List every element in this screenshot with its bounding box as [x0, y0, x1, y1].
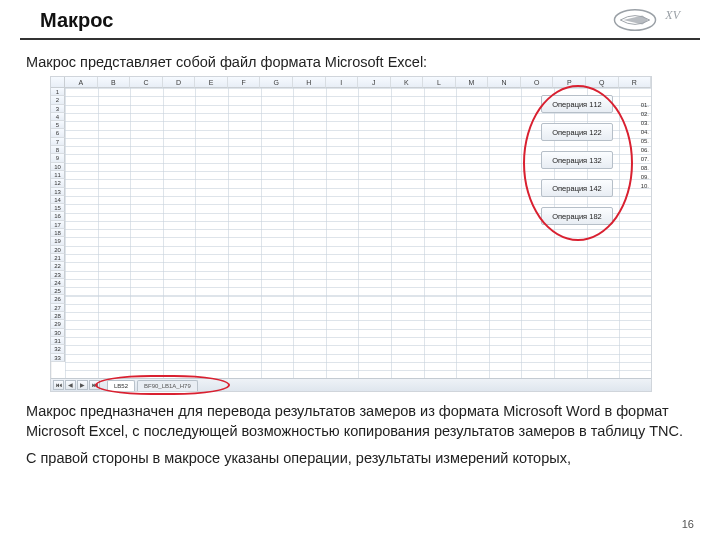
col-header: E [195, 77, 228, 88]
sheet-tab-active[interactable]: LB52 [107, 380, 135, 391]
clip-number: 04. [641, 128, 649, 137]
col-header: C [130, 77, 163, 88]
row-header: 8 [51, 146, 65, 154]
operation-button[interactable]: Операция 182 [541, 207, 613, 225]
brand-logo: XV [613, 8, 680, 32]
excel-screenshot: ABCDEFGHIJKLMNOPQR 123456789101112131415… [50, 76, 652, 392]
col-header: O [521, 77, 554, 88]
row-header: 31 [51, 337, 65, 345]
xv-label: XV [665, 8, 680, 23]
col-header: B [98, 77, 131, 88]
col-header: Q [586, 77, 619, 88]
row-headers: 1234567891011121314151617181920212223242… [51, 88, 65, 362]
row-header: 24 [51, 279, 65, 287]
clip-number: 02. [641, 110, 649, 119]
row-header: 20 [51, 246, 65, 254]
col-header: A [65, 77, 98, 88]
row-header: 32 [51, 345, 65, 353]
tab-nav-next[interactable]: ▶ [77, 380, 88, 390]
row-header: 33 [51, 354, 65, 362]
clip-number: 03. [641, 119, 649, 128]
col-header: D [163, 77, 196, 88]
operation-button[interactable]: Операция 132 [541, 151, 613, 169]
clip-number: 05. [641, 137, 649, 146]
operation-buttons: Операция 112Операция 122Операция 132Опер… [541, 95, 613, 225]
row-header: 12 [51, 179, 65, 187]
row-header: 2 [51, 96, 65, 104]
row-header: 3 [51, 105, 65, 113]
row-header: 4 [51, 113, 65, 121]
row-header: 7 [51, 138, 65, 146]
row-header: 14 [51, 196, 65, 204]
row-header: 25 [51, 287, 65, 295]
page-title: Макрос [40, 9, 113, 32]
column-headers: ABCDEFGHIJKLMNOPQR [65, 77, 651, 88]
row-header: 22 [51, 262, 65, 270]
col-header: M [456, 77, 489, 88]
col-header: F [228, 77, 261, 88]
col-header: I [326, 77, 359, 88]
row-header: 15 [51, 204, 65, 212]
row-header: 26 [51, 295, 65, 303]
paragraph-1: Макрос предназначен для перевода результ… [26, 402, 698, 441]
select-all-cell [51, 77, 65, 88]
tab-nav-buttons: ⏮ ◀ ▶ ⏭ [53, 380, 100, 390]
paragraph-2: С правой стороны в макросе указаны опера… [26, 449, 698, 469]
lada-logo-icon [613, 8, 657, 32]
clip-number: 08. [641, 164, 649, 173]
row-header: 5 [51, 121, 65, 129]
clipped-numbers: 01.02.03.04.05.06.07.08.09.10. [641, 101, 649, 191]
page-number: 16 [682, 518, 694, 530]
col-header: J [358, 77, 391, 88]
operation-button[interactable]: Операция 112 [541, 95, 613, 113]
row-header: 13 [51, 188, 65, 196]
row-header: 16 [51, 212, 65, 220]
row-header: 6 [51, 129, 65, 137]
clip-number: 10. [641, 182, 649, 191]
clip-number: 06. [641, 146, 649, 155]
tab-nav-first[interactable]: ⏮ [53, 380, 64, 390]
row-header: 23 [51, 271, 65, 279]
row-header: 17 [51, 221, 65, 229]
row-header: 30 [51, 329, 65, 337]
row-header: 9 [51, 154, 65, 162]
sheet-tabs: ⏮ ◀ ▶ ⏭ LB52 BF90_LB1A_H79 [51, 378, 651, 391]
row-header: 11 [51, 171, 65, 179]
row-header: 10 [51, 163, 65, 171]
row-header: 28 [51, 312, 65, 320]
operation-button[interactable]: Операция 122 [541, 123, 613, 141]
col-header: P [553, 77, 586, 88]
col-header: N [488, 77, 521, 88]
clip-number: 09. [641, 173, 649, 182]
col-header: L [423, 77, 456, 88]
col-header: K [391, 77, 424, 88]
sheet-tab-inactive[interactable]: BF90_LB1A_H79 [137, 380, 198, 391]
row-header: 19 [51, 237, 65, 245]
operation-button[interactable]: Операция 142 [541, 179, 613, 197]
col-header: H [293, 77, 326, 88]
clip-number: 07. [641, 155, 649, 164]
row-header: 29 [51, 320, 65, 328]
row-header: 1 [51, 88, 65, 96]
intro-text: Макрос представляет собой файл формата M… [26, 54, 698, 70]
clip-number: 01. [641, 101, 649, 110]
col-header: R [619, 77, 652, 88]
row-header: 27 [51, 304, 65, 312]
col-header: G [260, 77, 293, 88]
row-header: 18 [51, 229, 65, 237]
tab-nav-last[interactable]: ⏭ [89, 380, 100, 390]
tab-nav-prev[interactable]: ◀ [65, 380, 76, 390]
row-header: 21 [51, 254, 65, 262]
